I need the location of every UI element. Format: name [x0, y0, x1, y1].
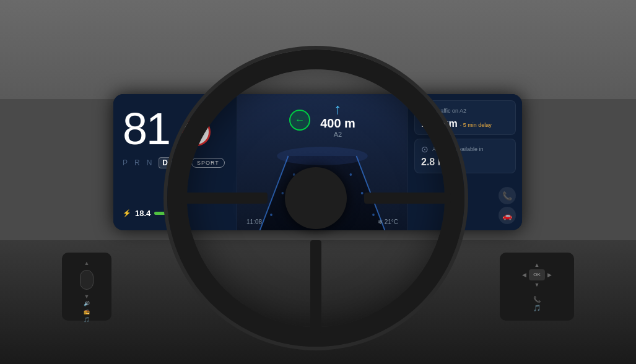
traffic-delay: · 5 min delay [460, 122, 492, 128]
gear-r[interactable]: R [134, 158, 141, 167]
left-scroll-wheel[interactable] [80, 270, 94, 290]
battery-bar-fill [154, 212, 167, 215]
phone-icon-btn[interactable]: 📞 [499, 187, 516, 204]
spoke-right [364, 193, 451, 204]
battery-icon: ⚡ [123, 209, 131, 217]
steering-wheel [167, 50, 464, 347]
left-controls[interactable]: ▲ ▼ 🔊 📻 🎵 [62, 253, 111, 321]
speed-value: 81 [123, 106, 170, 151]
spoke-left [181, 193, 268, 204]
spoke-bottom [310, 240, 321, 333]
battery-value: 18.4 [135, 209, 150, 218]
car-connect-icon-btn[interactable]: 🚗 [499, 207, 516, 224]
gear-p[interactable]: P [123, 158, 128, 167]
traffic-card-title: Traffic on A2 [435, 108, 466, 115]
right-controls[interactable]: ▲ ◀ OK ▶ ▼ 📞 🎵 [500, 253, 574, 321]
ok-button[interactable]: OK [529, 269, 545, 280]
gear-n[interactable]: N [147, 158, 153, 167]
